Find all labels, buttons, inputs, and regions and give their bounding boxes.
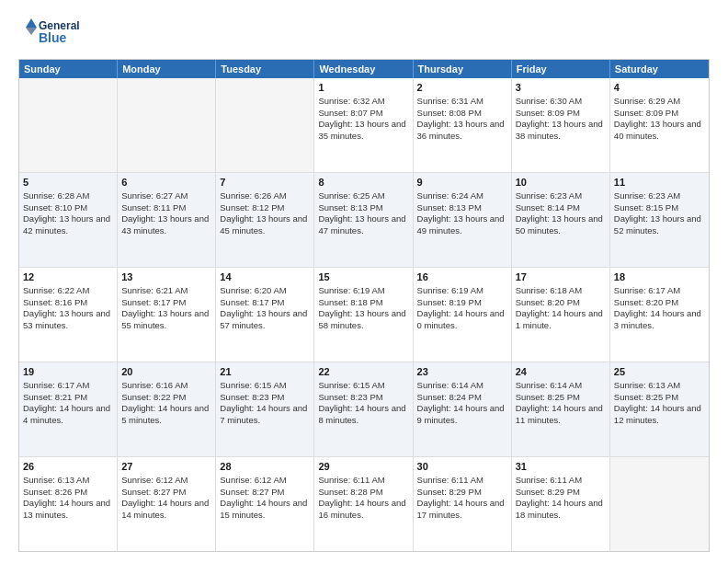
daylight-text: Daylight: 13 hours and 45 minutes. xyxy=(220,213,310,237)
svg-text:Blue: Blue xyxy=(39,30,67,45)
sunrise-text: Sunrise: 6:18 AM xyxy=(516,285,606,297)
calendar-day-cell: 23Sunrise: 6:14 AMSunset: 8:24 PMDayligh… xyxy=(414,362,512,456)
day-number: 2 xyxy=(417,81,507,95)
day-of-week-header: Wednesday xyxy=(314,60,413,78)
day-number: 12 xyxy=(23,270,113,284)
day-number: 27 xyxy=(121,460,211,474)
sunset-text: Sunset: 8:21 PM xyxy=(23,392,113,404)
day-number: 8 xyxy=(318,176,408,190)
daylight-text: Daylight: 14 hours and 5 minutes. xyxy=(121,403,211,427)
day-number: 11 xyxy=(614,176,705,190)
sunset-text: Sunset: 8:27 PM xyxy=(220,487,310,499)
calendar-day-cell: 5Sunrise: 6:28 AMSunset: 8:10 PMDaylight… xyxy=(19,173,118,267)
logo: General Blue xyxy=(18,15,92,52)
sunrise-text: Sunrise: 6:16 AM xyxy=(121,380,211,392)
calendar-day-cell: 30Sunrise: 6:11 AMSunset: 8:29 PMDayligh… xyxy=(414,457,512,551)
daylight-text: Daylight: 13 hours and 49 minutes. xyxy=(417,213,507,237)
day-of-week-header: Friday xyxy=(512,60,610,78)
sunset-text: Sunset: 8:29 PM xyxy=(516,487,606,499)
sunset-text: Sunset: 8:29 PM xyxy=(417,487,507,499)
daylight-text: Daylight: 14 hours and 18 minutes. xyxy=(516,498,606,522)
day-of-week-header: Sunday xyxy=(19,60,118,78)
sunrise-text: Sunrise: 6:11 AM xyxy=(417,475,507,487)
calendar-body: 1Sunrise: 6:32 AMSunset: 8:07 PMDaylight… xyxy=(19,78,709,551)
sunset-text: Sunset: 8:23 PM xyxy=(318,392,408,404)
sunset-text: Sunset: 8:16 PM xyxy=(23,297,113,309)
calendar-day-cell: 16Sunrise: 6:19 AMSunset: 8:19 PMDayligh… xyxy=(414,268,512,362)
sunset-text: Sunset: 8:25 PM xyxy=(516,392,606,404)
calendar-day-cell: 3Sunrise: 6:30 AMSunset: 8:09 PMDaylight… xyxy=(512,78,610,172)
day-number: 15 xyxy=(318,270,408,284)
empty-cell xyxy=(610,457,709,551)
daylight-text: Daylight: 14 hours and 15 minutes. xyxy=(220,498,310,522)
calendar-day-cell: 11Sunrise: 6:23 AMSunset: 8:15 PMDayligh… xyxy=(610,173,709,267)
calendar-day-cell: 14Sunrise: 6:20 AMSunset: 8:17 PMDayligh… xyxy=(216,268,314,362)
sunset-text: Sunset: 8:10 PM xyxy=(23,202,113,214)
daylight-text: Daylight: 13 hours and 57 minutes. xyxy=(220,308,310,332)
calendar-day-cell: 27Sunrise: 6:12 AMSunset: 8:27 PMDayligh… xyxy=(118,457,216,551)
sunset-text: Sunset: 8:09 PM xyxy=(516,108,606,120)
day-number: 4 xyxy=(614,81,705,95)
sunrise-text: Sunrise: 6:31 AM xyxy=(417,96,507,108)
calendar-week-row: 12Sunrise: 6:22 AMSunset: 8:16 PMDayligh… xyxy=(19,268,709,362)
calendar-day-cell: 15Sunrise: 6:19 AMSunset: 8:18 PMDayligh… xyxy=(314,268,413,362)
daylight-text: Daylight: 14 hours and 17 minutes. xyxy=(417,498,507,522)
svg-marker-2 xyxy=(26,18,37,28)
daylight-text: Daylight: 13 hours and 36 minutes. xyxy=(417,119,507,143)
sunrise-text: Sunrise: 6:11 AM xyxy=(318,475,408,487)
day-number: 17 xyxy=(516,270,606,284)
calendar-day-cell: 26Sunrise: 6:13 AMSunset: 8:26 PMDayligh… xyxy=(19,457,118,551)
sunrise-text: Sunrise: 6:22 AM xyxy=(23,285,113,297)
day-of-week-header: Saturday xyxy=(610,60,709,78)
day-number: 21 xyxy=(220,365,310,379)
daylight-text: Daylight: 14 hours and 11 minutes. xyxy=(516,403,606,427)
sunrise-text: Sunrise: 6:17 AM xyxy=(614,285,705,297)
sunset-text: Sunset: 8:27 PM xyxy=(121,487,211,499)
sunrise-text: Sunrise: 6:15 AM xyxy=(318,380,408,392)
daylight-text: Daylight: 14 hours and 1 minute. xyxy=(516,308,606,332)
day-number: 29 xyxy=(318,460,408,474)
sunrise-text: Sunrise: 6:14 AM xyxy=(516,380,606,392)
sunrise-text: Sunrise: 6:19 AM xyxy=(417,285,507,297)
daylight-text: Daylight: 13 hours and 50 minutes. xyxy=(516,213,606,237)
calendar-day-cell: 25Sunrise: 6:13 AMSunset: 8:25 PMDayligh… xyxy=(610,362,709,456)
calendar-day-cell: 28Sunrise: 6:12 AMSunset: 8:27 PMDayligh… xyxy=(216,457,314,551)
sunrise-text: Sunrise: 6:13 AM xyxy=(614,380,705,392)
sunset-text: Sunset: 8:20 PM xyxy=(516,297,606,309)
sunrise-text: Sunrise: 6:19 AM xyxy=(318,285,408,297)
sunset-text: Sunset: 8:22 PM xyxy=(121,392,211,404)
sunset-text: Sunset: 8:25 PM xyxy=(614,392,705,404)
sunrise-text: Sunrise: 6:20 AM xyxy=(220,285,310,297)
sunset-text: Sunset: 8:11 PM xyxy=(121,202,211,214)
day-number: 14 xyxy=(220,270,310,284)
calendar-day-cell: 17Sunrise: 6:18 AMSunset: 8:20 PMDayligh… xyxy=(512,268,610,362)
sunset-text: Sunset: 8:07 PM xyxy=(318,108,408,120)
calendar-day-cell: 10Sunrise: 6:23 AMSunset: 8:14 PMDayligh… xyxy=(512,173,610,267)
empty-cell xyxy=(216,78,314,172)
day-number: 26 xyxy=(23,460,113,474)
sunset-text: Sunset: 8:24 PM xyxy=(417,392,507,404)
day-number: 19 xyxy=(23,365,113,379)
daylight-text: Daylight: 13 hours and 53 minutes. xyxy=(23,308,113,332)
daylight-text: Daylight: 14 hours and 3 minutes. xyxy=(614,308,705,332)
daylight-text: Daylight: 14 hours and 16 minutes. xyxy=(318,498,408,522)
empty-cell xyxy=(118,78,216,172)
day-number: 18 xyxy=(614,270,705,284)
calendar-day-cell: 4Sunrise: 6:29 AMSunset: 8:09 PMDaylight… xyxy=(610,78,709,172)
daylight-text: Daylight: 14 hours and 0 minutes. xyxy=(417,308,507,332)
sunset-text: Sunset: 8:28 PM xyxy=(318,487,408,499)
calendar-day-cell: 9Sunrise: 6:24 AMSunset: 8:13 PMDaylight… xyxy=(414,173,512,267)
calendar-day-cell: 19Sunrise: 6:17 AMSunset: 8:21 PMDayligh… xyxy=(19,362,118,456)
sunset-text: Sunset: 8:19 PM xyxy=(417,297,507,309)
day-number: 16 xyxy=(417,270,507,284)
daylight-text: Daylight: 13 hours and 47 minutes. xyxy=(318,213,408,237)
sunset-text: Sunset: 8:08 PM xyxy=(417,108,507,120)
daylight-text: Daylight: 14 hours and 7 minutes. xyxy=(220,403,310,427)
sunrise-text: Sunrise: 6:23 AM xyxy=(516,190,606,202)
sunrise-text: Sunrise: 6:30 AM xyxy=(516,96,606,108)
daylight-text: Daylight: 14 hours and 14 minutes. xyxy=(121,498,211,522)
day-number: 10 xyxy=(516,176,606,190)
daylight-text: Daylight: 13 hours and 55 minutes. xyxy=(121,308,211,332)
day-of-week-header: Thursday xyxy=(414,60,512,78)
sunrise-text: Sunrise: 6:26 AM xyxy=(220,190,310,202)
